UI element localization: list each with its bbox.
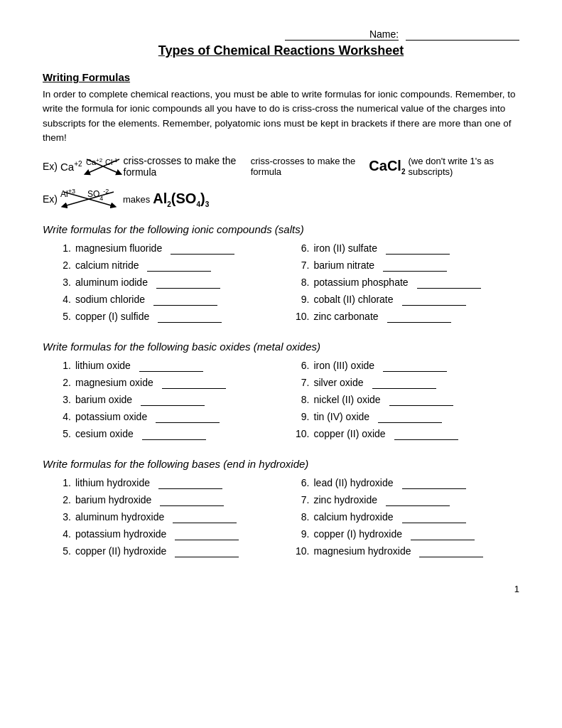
list-item: 1. lithium oxide (57, 360, 281, 372)
item-label: cobalt (II) chlorate (314, 294, 394, 305)
item-num: 5. (57, 545, 71, 557)
item-label: calcium hydroxide (314, 511, 394, 523)
hydroxides-list: 1. lithium hydroxide 2. barium hydroxide… (57, 477, 519, 562)
item-label: lithium oxide (75, 360, 131, 371)
answer-line (156, 411, 220, 423)
salts-heading: Write formulas for the following ionic c… (43, 223, 519, 235)
list-item: 6. lead (II) hydroxide (296, 477, 520, 489)
page-title: Types of Chemical Reactions Worksheet (43, 43, 519, 58)
item-label: nickel (II) oxide (314, 394, 381, 405)
item-num: 8. (296, 394, 310, 405)
answer-line (147, 259, 211, 272)
answer-line (389, 394, 453, 406)
item-num: 6. (296, 360, 310, 371)
list-item: 8. potassium phosphate (296, 277, 520, 289)
name-blank (406, 28, 519, 41)
item-label: aluminum hydroxide (75, 511, 164, 523)
answer-line (394, 428, 458, 440)
answer-line (156, 277, 220, 289)
item-num: 10. (296, 428, 310, 439)
hydroxides-heading: Write formulas for the following bases (… (43, 458, 519, 470)
list-item: 1. lithium hydroxide (57, 477, 281, 489)
item-label: potassium hydroxide (75, 528, 166, 540)
example1-note: (we don't write 1's as subscripts) (409, 156, 520, 177)
example2-label: Ex) (43, 193, 58, 205)
list-item: 6. iron (II) sulfate (296, 242, 520, 255)
list-item: 5. cesium oxide (57, 428, 281, 440)
list-item: 3. aluminum iodide (57, 277, 281, 289)
item-num: 2. (57, 259, 71, 271)
hydroxides-col2: 6. lead (II) hydroxide 7. zinc hydroxide… (296, 477, 520, 562)
list-item: 4. sodium chloride (57, 294, 281, 306)
list-item: 10. magnesium hydroxide (296, 545, 520, 557)
item-num: 3. (57, 277, 71, 288)
item-num: 7. (296, 377, 310, 388)
criss-cross-arrow2: Al+3 SO4-2 (60, 188, 117, 210)
answer-line (175, 528, 239, 540)
item-num: 10. (296, 311, 310, 322)
item-num: 7. (296, 259, 310, 271)
example1-formula: CaCl2 (369, 158, 405, 176)
list-item: 8. nickel (II) oxide (296, 394, 520, 406)
answer-line (386, 242, 450, 255)
list-item: 9. cobalt (II) chlorate (296, 294, 520, 306)
item-num: 1. (57, 242, 71, 254)
item-label: barium nitrate (314, 259, 375, 271)
answer-line (402, 511, 466, 523)
answer-line (387, 311, 451, 323)
answer-line (402, 477, 466, 489)
list-item: 4. potassium oxide (57, 411, 281, 423)
answer-line (153, 294, 217, 306)
list-item: 9. copper (I) hydroxide (296, 528, 520, 540)
item-num: 4. (57, 294, 71, 305)
item-num: 9. (296, 528, 310, 540)
item-num: 4. (57, 411, 71, 422)
svg-text:Cl-1: Cl-1 (105, 157, 118, 167)
writing-formulas-title: Writing Formulas (43, 71, 519, 83)
answer-line (171, 242, 234, 255)
list-item: 7. silver oxide (296, 377, 520, 389)
item-label: tin (IV) oxide (314, 411, 370, 422)
salts-col1: 1. magnesium fluoride 2. calcium nitride… (57, 242, 281, 328)
list-item: 2. calcium nitride (57, 259, 281, 272)
list-item: 10. copper (II) oxide (296, 428, 520, 440)
list-item: 7. zinc hydroxide (296, 494, 520, 506)
criss-cross-text: criss-crosses to make the formula (251, 156, 367, 177)
list-item: 3. aluminum hydroxide (57, 511, 281, 523)
metal-oxides-col1: 1. lithium oxide 2. magnesium oxide 3. b… (57, 360, 281, 445)
list-item: 7. barium nitrate (296, 259, 520, 272)
item-num: 2. (57, 377, 71, 388)
item-num: 2. (57, 494, 71, 505)
metal-oxides-list: 1. lithium oxide 2. magnesium oxide 3. b… (57, 360, 519, 445)
answer-line (162, 377, 226, 389)
salts-list: 1. magnesium fluoride 2. calcium nitride… (57, 242, 519, 328)
answer-line (139, 360, 203, 372)
item-num: 8. (296, 511, 310, 523)
answer-line (386, 494, 450, 506)
item-label: zinc hydroxide (314, 494, 378, 505)
example1-label: Ex) (43, 161, 58, 172)
item-label: sodium chloride (75, 294, 145, 305)
list-item: 4. potassium hydroxide (57, 528, 281, 540)
answer-line (411, 528, 475, 540)
list-item: 8. calcium hydroxide (296, 511, 520, 523)
list-item: 10. zinc carbonate (296, 311, 520, 323)
item-label: aluminum iodide (75, 277, 148, 288)
answer-line (378, 411, 442, 423)
item-label: cesium oxide (75, 428, 134, 439)
item-num: 7. (296, 494, 310, 505)
item-label: lithium hydroxide (75, 477, 150, 488)
answer-line (160, 494, 224, 506)
item-label: potassium phosphate (314, 277, 409, 288)
answer-line (141, 394, 205, 406)
item-num: 1. (57, 360, 71, 371)
item-num: 10. (296, 545, 310, 557)
item-label: lead (II) hydroxide (314, 477, 394, 488)
metal-oxides-heading: Write formulas for the following basic o… (43, 341, 519, 353)
item-num: 5. (57, 428, 71, 439)
item-num: 9. (296, 294, 310, 305)
name-label: Name: (285, 28, 399, 41)
list-item: 6. iron (III) oxide (296, 360, 520, 372)
item-label: calcium nitride (75, 259, 139, 271)
item-label: magnesium oxide (75, 377, 153, 388)
